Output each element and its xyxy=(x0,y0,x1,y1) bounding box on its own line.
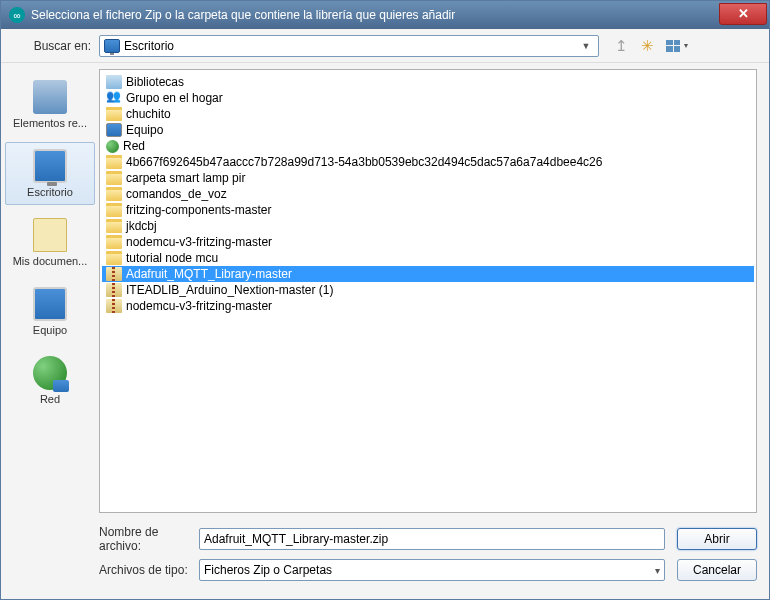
chevron-down-icon: ▼ xyxy=(578,41,594,51)
file-dialog-window: ∞ Selecciona el fichero Zip o la carpeta… xyxy=(0,0,770,600)
sidebar-item-computer[interactable]: Equipo xyxy=(5,280,95,343)
recent-items-icon xyxy=(33,80,67,114)
file-name: Equipo xyxy=(126,123,163,137)
sidebar-item-network[interactable]: Red xyxy=(5,349,95,412)
file-name: Red xyxy=(123,139,145,153)
body-area: Elementos re... Escritorio Mis documen..… xyxy=(1,63,769,519)
zip-icon xyxy=(106,267,122,281)
lookin-label: Buscar en: xyxy=(13,39,99,53)
sidebar-item-label: Escritorio xyxy=(8,186,92,198)
file-row[interactable]: tutorial node mcu xyxy=(102,250,754,266)
desktop-icon xyxy=(104,39,120,53)
filename-label: Nombre de archivo: xyxy=(99,525,199,553)
file-name: nodemcu-v3-fritzing-master xyxy=(126,235,272,249)
documents-icon xyxy=(33,218,67,252)
file-row[interactable]: 4b667f692645b47aaccc7b728a99d713-54a3bb0… xyxy=(102,154,754,170)
filetype-label: Archivos de tipo: xyxy=(99,563,199,577)
file-row[interactable]: Red xyxy=(102,138,754,154)
file-name: carpeta smart lamp pir xyxy=(126,171,245,185)
network-icon xyxy=(33,356,67,390)
zip-icon xyxy=(106,283,122,297)
computer-icon xyxy=(33,287,67,321)
file-row[interactable]: jkdcbj xyxy=(102,218,754,234)
open-button[interactable]: Abrir xyxy=(677,528,757,550)
file-name: Adafruit_MQTT_Library-master xyxy=(126,267,292,281)
file-name: chuchito xyxy=(126,107,171,121)
folder-icon xyxy=(106,187,122,201)
cancel-button[interactable]: Cancelar xyxy=(677,559,757,581)
folder-icon xyxy=(106,107,122,121)
file-name: tutorial node mcu xyxy=(126,251,218,265)
filename-value: Adafruit_MQTT_Library-master.zip xyxy=(204,532,388,546)
lookin-dropdown[interactable]: Escritorio ▼ xyxy=(99,35,599,57)
places-sidebar: Elementos re... Escritorio Mis documen..… xyxy=(1,63,99,519)
group-icon xyxy=(106,91,122,105)
file-row[interactable]: Grupo en el hogar xyxy=(102,90,754,106)
titlebar[interactable]: ∞ Selecciona el fichero Zip o la carpeta… xyxy=(1,1,769,29)
folder-icon xyxy=(106,171,122,185)
sidebar-item-documents[interactable]: Mis documen... xyxy=(5,211,95,274)
file-name: Grupo en el hogar xyxy=(126,91,223,105)
lookin-toolbar: Buscar en: Escritorio ▼ ✳ xyxy=(1,29,769,63)
network-icon xyxy=(106,140,119,153)
sidebar-item-label: Equipo xyxy=(8,324,92,336)
file-row[interactable]: Bibliotecas xyxy=(102,74,754,90)
file-row[interactable]: chuchito xyxy=(102,106,754,122)
computer-icon xyxy=(106,123,122,137)
file-list-panel[interactable]: BibliotecasGrupo en el hogarchuchitoEqui… xyxy=(99,69,757,513)
file-name: 4b667f692645b47aaccc7b728a99d713-54a3bb0… xyxy=(126,155,602,169)
folder-icon xyxy=(106,219,122,233)
folder-icon xyxy=(106,155,122,169)
toolbar-icons: ✳ xyxy=(611,36,683,56)
view-menu-button[interactable] xyxy=(663,36,683,56)
new-folder-button[interactable]: ✳ xyxy=(637,36,657,56)
file-name: nodemcu-v3-fritzing-master xyxy=(126,299,272,313)
filetype-dropdown[interactable]: Ficheros Zip o Carpetas xyxy=(199,559,665,581)
folder-icon xyxy=(106,235,122,249)
sidebar-item-label: Mis documen... xyxy=(8,255,92,267)
file-name: comandos_de_voz xyxy=(126,187,227,201)
file-row[interactable]: fritzing-components-master xyxy=(102,202,754,218)
window-title: Selecciona el fichero Zip o la carpeta q… xyxy=(31,8,719,22)
filename-input[interactable]: Adafruit_MQTT_Library-master.zip xyxy=(199,528,665,550)
file-row[interactable]: nodemcu-v3-fritzing-master xyxy=(102,234,754,250)
sidebar-item-label: Elementos re... xyxy=(8,117,92,129)
close-button[interactable]: ✕ xyxy=(719,3,767,25)
sidebar-item-label: Red xyxy=(8,393,92,405)
file-name: fritzing-components-master xyxy=(126,203,271,217)
sidebar-item-desktop[interactable]: Escritorio xyxy=(5,142,95,205)
folder-icon xyxy=(106,203,122,217)
file-row[interactable]: Equipo xyxy=(102,122,754,138)
folder-icon xyxy=(106,251,122,265)
lookin-value: Escritorio xyxy=(124,39,578,53)
file-name: Bibliotecas xyxy=(126,75,184,89)
file-name: jkdcbj xyxy=(126,219,157,233)
desktop-icon xyxy=(33,149,67,183)
libfolder-icon xyxy=(106,75,122,89)
zip-icon xyxy=(106,299,122,313)
filetype-value: Ficheros Zip o Carpetas xyxy=(204,563,332,577)
arduino-app-icon: ∞ xyxy=(9,7,25,23)
file-row[interactable]: ITEADLIB_Arduino_Nextion-master (1) xyxy=(102,282,754,298)
file-row[interactable]: comandos_de_voz xyxy=(102,186,754,202)
file-name: ITEADLIB_Arduino_Nextion-master (1) xyxy=(126,283,333,297)
file-row[interactable]: nodemcu-v3-fritzing-master xyxy=(102,298,754,314)
up-one-level-button[interactable] xyxy=(611,36,631,56)
file-row[interactable]: carpeta smart lamp pir xyxy=(102,170,754,186)
sidebar-item-recent[interactable]: Elementos re... xyxy=(5,73,95,136)
dialog-footer: Nombre de archivo: Adafruit_MQTT_Library… xyxy=(1,519,769,599)
file-row[interactable]: Adafruit_MQTT_Library-master xyxy=(102,266,754,282)
